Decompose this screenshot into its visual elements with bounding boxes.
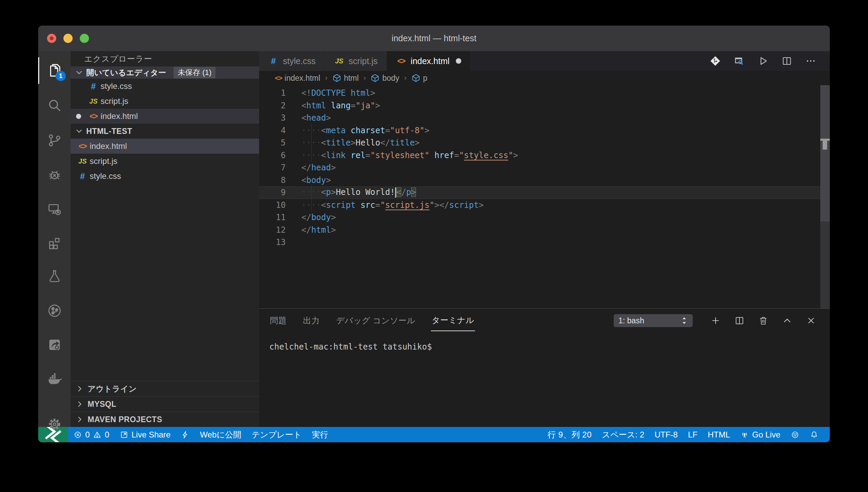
file-name: index.html bbox=[101, 111, 138, 121]
editor-group: #style.cssJSscript.js<>index.html bbox=[259, 51, 830, 427]
settings-gear-icon[interactable] bbox=[38, 409, 71, 440]
code-line[interactable]: 7</head> bbox=[259, 162, 830, 174]
maximize-panel-icon[interactable] bbox=[782, 316, 792, 326]
line-number: 12 bbox=[259, 225, 301, 235]
vscode-window: index.html — html-test 1 bbox=[38, 26, 830, 442]
bottom-panel: 問題出力デバッグ コンソールターミナル 1: bash bbox=[259, 308, 830, 427]
css-file-icon: # bbox=[268, 56, 279, 66]
file-row-script.js[interactable]: JSscript.js bbox=[71, 154, 259, 169]
panel-tab-デバッグ コンソール[interactable]: デバッグ コンソール bbox=[335, 310, 416, 331]
project-header[interactable]: HTML-TEST bbox=[71, 124, 259, 139]
line-number: 4 bbox=[259, 126, 301, 135]
sidebar-section-アウトライン[interactable]: アウトライン bbox=[71, 381, 259, 396]
modified-dot bbox=[71, 114, 86, 119]
line-content: ····<p>Hello World!</p> bbox=[301, 187, 416, 198]
panel-tab-問題[interactable]: 問題 bbox=[269, 310, 287, 331]
open-editors-header[interactable]: 開いているエディター 未保存 (1) bbox=[71, 66, 259, 79]
terminal-output[interactable]: chelchel-mac:html-test tatsuhiko$ bbox=[259, 333, 830, 427]
editor-scrollbar[interactable] bbox=[820, 85, 830, 308]
docker-icon[interactable] bbox=[38, 363, 71, 394]
breadcrumb-item-index.html[interactable]: <>index.html bbox=[275, 74, 320, 83]
publish-web-button[interactable]: Webに公開 bbox=[195, 427, 246, 442]
breadcrumb-item-p[interactable]: p bbox=[411, 74, 428, 83]
panel-tab-ターミナル[interactable]: ターミナル bbox=[431, 310, 475, 331]
sidebar-section-MYSQL[interactable]: MYSQL bbox=[71, 396, 259, 412]
breadcrumb-text: index.html bbox=[285, 74, 320, 83]
code-line[interactable]: 5····<title>Hello</title> bbox=[259, 137, 830, 149]
deploy-icon[interactable] bbox=[38, 329, 71, 360]
debug-icon[interactable] bbox=[38, 159, 71, 190]
code-line[interactable]: 11</body> bbox=[259, 211, 830, 224]
explorer-icon[interactable]: 1 bbox=[38, 55, 71, 86]
code-line[interactable]: 1<!DOCTYPE html> bbox=[259, 87, 830, 99]
extensions-icon[interactable] bbox=[38, 227, 71, 258]
git-compare-icon[interactable] bbox=[710, 56, 721, 66]
eol-setting[interactable]: LF bbox=[683, 427, 703, 442]
terminal-prompt: chelchel-mac:html-test tatsuhiko$ bbox=[269, 342, 432, 352]
bolt-button[interactable] bbox=[176, 427, 195, 442]
language-mode[interactable]: HTML bbox=[703, 427, 735, 442]
feedback-smiley-icon[interactable] bbox=[785, 427, 805, 442]
line-content: ····<meta charset="utf-8"> bbox=[301, 126, 430, 135]
breadcrumb-item-html[interactable]: html bbox=[332, 74, 359, 83]
notifications-bell-icon[interactable] bbox=[805, 427, 824, 442]
problems-status[interactable]: 0 0 bbox=[68, 427, 115, 442]
code-line[interactable]: 13 bbox=[259, 236, 830, 249]
file-row-script.js[interactable]: JSscript.js bbox=[71, 94, 259, 109]
line-content: </head> bbox=[301, 163, 336, 172]
indentation-setting[interactable]: スペース: 2 bbox=[597, 427, 649, 442]
css-file-icon: # bbox=[75, 171, 90, 181]
dirty-dot[interactable] bbox=[456, 58, 461, 64]
file-row-style.css[interactable]: #style.css bbox=[71, 169, 259, 184]
tab-label: script.js bbox=[349, 56, 378, 66]
run-play-icon[interactable] bbox=[758, 56, 768, 66]
new-terminal-icon[interactable] bbox=[710, 316, 721, 326]
breadcrumb-text: html bbox=[344, 74, 359, 83]
sidebar-section-MAVEN PROJECTS[interactable]: MAVEN PROJECTS bbox=[71, 412, 259, 427]
tab-style.css[interactable]: #style.css bbox=[259, 51, 325, 71]
file-row-index.html[interactable]: <>index.html bbox=[71, 139, 259, 154]
breadcrumb-item-body[interactable]: body bbox=[371, 74, 399, 83]
code-line[interactable]: 12</html> bbox=[259, 224, 830, 236]
file-row-style.css[interactable]: #style.css bbox=[71, 79, 259, 94]
open-preview-icon[interactable] bbox=[734, 56, 745, 66]
split-editor-icon[interactable] bbox=[781, 56, 792, 66]
code-line[interactable]: 2<html lang="ja"> bbox=[259, 99, 830, 112]
status-bar: 0 0 Live Share Webに公開 テンプレート 実行 行 9、列 20 bbox=[38, 427, 830, 442]
test-beaker-icon[interactable] bbox=[38, 261, 71, 292]
code-line[interactable]: 8<body> bbox=[259, 174, 830, 187]
code-line[interactable]: 6····<link rel="stylesheet" href="style.… bbox=[259, 149, 830, 162]
code-line[interactable]: 9····<p>Hello World!</p> bbox=[259, 186, 830, 199]
tabs: #style.cssJSscript.js<>index.html bbox=[259, 51, 470, 71]
code-line[interactable]: 10····<script src="script.js"></script> bbox=[259, 199, 830, 212]
file-row-index.html[interactable]: <>index.html bbox=[71, 109, 259, 124]
close-panel-icon[interactable] bbox=[806, 316, 816, 326]
live-share-button[interactable]: Live Share bbox=[115, 427, 176, 442]
kill-terminal-trash-icon[interactable] bbox=[758, 316, 768, 326]
line-number: 5 bbox=[259, 138, 301, 148]
remote-explorer-icon[interactable] bbox=[38, 194, 71, 225]
gitlens-icon[interactable] bbox=[38, 295, 71, 326]
cursor-position[interactable]: 行 9、列 20 bbox=[542, 427, 597, 442]
title-bar: index.html — html-test bbox=[38, 26, 830, 51]
code-line[interactable]: 4····<meta charset="utf-8"> bbox=[259, 124, 830, 137]
panel-tab-出力[interactable]: 出力 bbox=[302, 310, 320, 331]
terminal-shell-select[interactable]: 1: bash bbox=[614, 314, 693, 327]
scrollbar-thumb[interactable] bbox=[820, 85, 830, 221]
shell-select-value: 1: bash bbox=[618, 316, 644, 325]
code-line[interactable]: 3<head> bbox=[259, 112, 830, 124]
code-editor[interactable]: 1<!DOCTYPE html>2<html lang="ja">3<head>… bbox=[259, 85, 830, 308]
template-button[interactable]: テンプレート bbox=[246, 427, 307, 442]
tab-index.html[interactable]: <>index.html bbox=[387, 51, 470, 71]
line-content: </html> bbox=[301, 225, 336, 235]
run-button[interactable]: 実行 bbox=[307, 427, 333, 442]
tab-label: index.html bbox=[411, 56, 450, 66]
split-terminal-icon[interactable] bbox=[734, 316, 745, 326]
html-file-icon: <> bbox=[275, 74, 282, 82]
source-control-icon[interactable] bbox=[38, 125, 71, 156]
tab-script.js[interactable]: JSscript.js bbox=[325, 51, 387, 71]
encoding-setting[interactable]: UTF-8 bbox=[649, 427, 683, 442]
go-live-button[interactable]: Go Live bbox=[735, 427, 785, 442]
search-icon[interactable] bbox=[38, 90, 71, 121]
more-actions-icon[interactable] bbox=[805, 56, 816, 66]
